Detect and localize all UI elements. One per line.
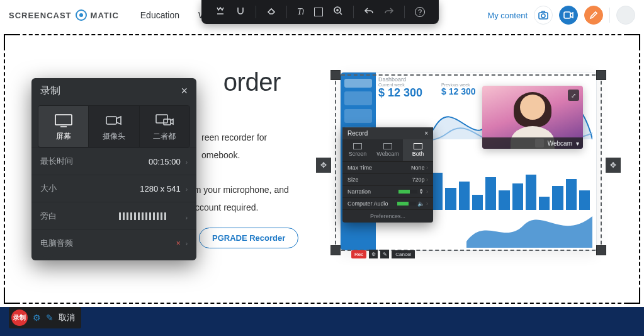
speaker-icon	[165, 239, 175, 248]
logo[interactable]: SCREENCAST MATIC	[9, 9, 119, 21]
separator	[353, 6, 354, 18]
preview-amount-1: $ 12 300	[378, 86, 422, 100]
text-tool-icon[interactable]: TI	[297, 7, 304, 17]
pen-freehand-icon[interactable]	[215, 6, 225, 18]
mini-size-value: 720p	[412, 177, 424, 183]
rectangle-tool-icon[interactable]	[314, 8, 323, 16]
logo-text-right: MATIC	[91, 11, 119, 20]
mini-maxtime-value: None	[411, 165, 425, 171]
upgrade-recorder-button[interactable]: PGRADE Recorder	[199, 228, 298, 248]
computer-audio-label: 电脑音频	[40, 238, 73, 249]
row-size[interactable]: 大小 1280 x 541›	[31, 175, 196, 202]
record-button[interactable]	[559, 6, 578, 25]
preview-area-chart	[466, 210, 592, 248]
webcam-label: Webcam	[548, 140, 572, 147]
recorder-title: 录制	[40, 84, 60, 98]
pencil-icon[interactable]: ✎	[46, 313, 54, 323]
webcam-bar: Webcam ▾	[482, 137, 583, 149]
separator	[256, 6, 256, 18]
narration-label: 旁白	[40, 211, 57, 222]
highlighter-icon[interactable]	[235, 6, 246, 18]
bottom-control-strip: 录制 ⚙ ✎ 取消	[9, 307, 81, 328]
row-computer-audio[interactable]: 电脑音频 ×›	[31, 229, 196, 260]
mini-pen-icon[interactable]: ✎	[380, 250, 389, 258]
close-icon[interactable]: ×	[181, 84, 188, 98]
mini-mode-webcam[interactable]: Webcam	[373, 139, 403, 161]
mode-screen-label: 屏幕	[56, 131, 71, 142]
pv-move-handle-right[interactable]: ✥	[606, 158, 621, 173]
chevron-down-icon[interactable]: ▾	[576, 140, 579, 147]
maxtime-label: 最长时间	[40, 156, 73, 167]
webcam-preview[interactable]: ⤢ Webcam ▾	[482, 86, 583, 149]
mode-webcam-label: 摄像头	[103, 131, 125, 142]
chevron-right-icon: ›	[186, 240, 188, 247]
corner-handle-tl[interactable]	[4, 34, 18, 48]
preview-dash-label: Dashboard	[378, 76, 406, 83]
corner-handle-bl[interactable]	[4, 290, 18, 304]
maxtime-value: 00:15:00	[149, 157, 181, 166]
preview-amount-2: $ 12 300	[441, 86, 476, 96]
gear-icon[interactable]: ⚙	[33, 313, 41, 323]
mini-recorder-panel: Record× Screen Webcam Both Max TimeNone …	[342, 127, 433, 223]
mini-size-label: Size	[347, 177, 359, 183]
pv-handle-tl[interactable]	[330, 70, 341, 80]
help-icon[interactable]: ?	[415, 7, 425, 17]
top-right: My content	[487, 6, 635, 25]
narration-meter	[119, 212, 168, 220]
corner-handle-br[interactable]	[626, 290, 640, 304]
mode-screen[interactable]: 屏幕	[38, 106, 89, 147]
pv-handle-tr[interactable]	[596, 70, 606, 80]
redo-icon[interactable]	[384, 6, 394, 18]
row-narration[interactable]: 旁白 ›	[31, 202, 196, 229]
mode-both-label: 二者都	[153, 131, 176, 142]
mini-maxtime-label: Max Time	[347, 165, 372, 171]
webcam-bar-icon[interactable]	[535, 139, 544, 148]
svg-rect-5	[106, 117, 116, 124]
svg-rect-8	[175, 211, 178, 216]
mute-x-icon: ×	[176, 239, 181, 248]
mini-close-icon[interactable]: ×	[424, 130, 428, 137]
mini-control-bar: Rec ⚙ ✎ Cancel	[351, 250, 415, 258]
corner-handle-tr[interactable]	[626, 34, 640, 48]
separator	[404, 6, 405, 18]
svg-rect-4	[55, 115, 72, 125]
mini-rec-button[interactable]: Rec	[351, 250, 366, 258]
logo-dot-icon	[76, 9, 87, 21]
mode-webcam[interactable]: 摄像头	[89, 106, 139, 147]
screenshot-button[interactable]	[534, 6, 553, 25]
chevron-right-icon: ›	[186, 159, 188, 166]
cancel-button[interactable]: 取消	[59, 312, 75, 323]
edit-button[interactable]	[584, 6, 603, 25]
mini-preferences[interactable]: Preferences...	[342, 209, 433, 223]
zoom-tool-icon[interactable]	[333, 6, 343, 18]
mini-mode-screen[interactable]: Screen	[342, 139, 373, 161]
row-maxtime[interactable]: 最长时间 00:15:00›	[31, 148, 196, 175]
mini-mode-both[interactable]: Both	[403, 139, 433, 161]
mode-both[interactable]: 二者都	[140, 106, 189, 147]
nav-education[interactable]: Education	[140, 10, 179, 20]
my-content-link[interactable]: My content	[487, 11, 528, 20]
size-value: 1280 x 541	[140, 184, 180, 194]
recorder-panel: 录制 × 屏幕 摄像头 二者都 最长时间 00:15:00› 大小 1280 x…	[31, 78, 196, 260]
expand-icon[interactable]: ⤢	[568, 90, 579, 101]
svg-rect-2	[564, 12, 570, 18]
mini-narration-label: Narration	[347, 188, 371, 195]
pv-move-handle-left[interactable]: ✥	[316, 158, 331, 173]
annotation-toolbar: TI ?	[201, 0, 439, 24]
pv-handle-bl[interactable]	[330, 245, 341, 255]
eraser-icon[interactable]	[266, 6, 276, 18]
separator	[286, 6, 287, 18]
mic-icon	[172, 210, 181, 220]
chevron-right-icon: ›	[186, 186, 188, 193]
mini-gear-icon[interactable]: ⚙	[369, 250, 378, 258]
mini-title: Record	[347, 130, 368, 137]
user-avatar[interactable]	[616, 6, 635, 25]
record-start-button[interactable]: 录制	[11, 310, 28, 326]
divider	[609, 8, 610, 23]
undo-icon[interactable]	[364, 6, 374, 18]
svg-point-1	[541, 14, 545, 18]
mini-cancel-button[interactable]: Cancel	[392, 250, 415, 258]
pv-handle-br[interactable]	[596, 245, 606, 255]
recorder-modes: 屏幕 摄像头 二者都	[38, 105, 190, 148]
size-label: 大小	[40, 183, 57, 194]
